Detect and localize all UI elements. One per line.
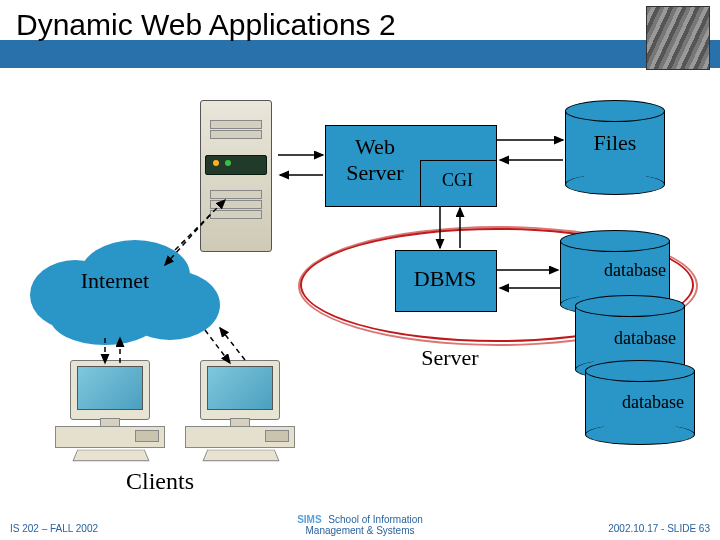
footer-school-line2: Management & Systems	[306, 525, 415, 536]
connectors	[0, 70, 720, 510]
title-bar	[0, 40, 720, 68]
header-photo	[646, 6, 710, 70]
footer-right: 2002.10.17 - SLIDE 63	[608, 523, 710, 534]
slide: Dynamic Web Applications 2 Web Server CG…	[0, 0, 720, 540]
footer-school-line1: School of Information	[328, 514, 423, 525]
diagram-stage: Web Server CGI Files Internet DBMS Serve…	[0, 70, 720, 510]
svg-line-9	[165, 215, 210, 265]
footer-logo-text: SIMS	[297, 514, 321, 525]
svg-line-8	[175, 200, 225, 250]
page-title: Dynamic Web Applications 2	[16, 8, 396, 42]
